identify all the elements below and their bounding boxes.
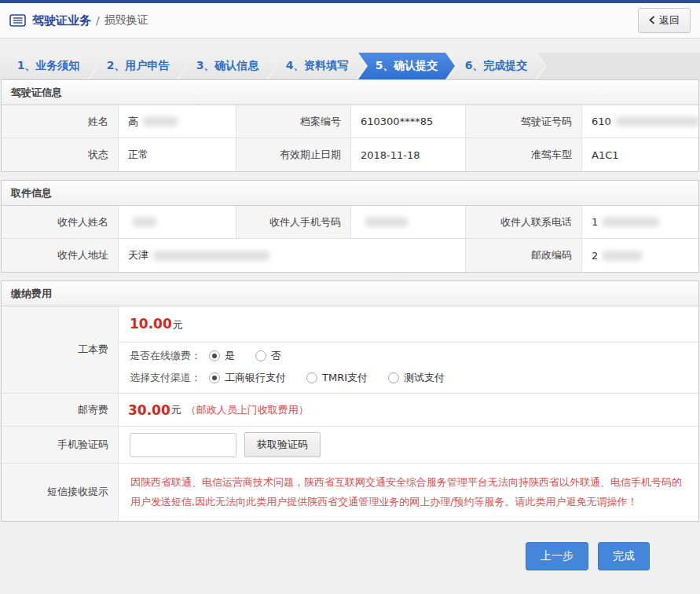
step-label: 6、完成提交 [465, 59, 528, 73]
payment-channel-row: 选择支付渠道： 工商银行支付 TMRI支付 测试支付 [119, 365, 698, 393]
radio-tmri-label: TMRI支付 [322, 371, 368, 385]
production-fee-unit: 元 [173, 319, 183, 331]
sms-code-input[interactable] [130, 433, 236, 457]
status-value: 正常 [119, 138, 236, 171]
sms-notice-label: 短信接收提示 [2, 464, 119, 521]
postage-fee-note: （邮政人员上门收取费用） [186, 403, 309, 417]
radio-icbc-icon[interactable] [209, 372, 220, 383]
postage-fee-unit: 元 [171, 403, 181, 417]
radio-icbc-label: 工商银行支付 [225, 371, 286, 385]
step-3-confirm-info: 3、确认信息 [179, 53, 276, 79]
breadcrumb-divider: / [96, 14, 100, 27]
name-label: 姓名 [2, 105, 119, 138]
recipient-address-value: 天津 [119, 239, 466, 272]
vehicle-class-value: A1C1 [582, 138, 700, 171]
online-payment-no[interactable]: 否 [255, 349, 281, 363]
pickup-info-table: 收件人姓名 收件人手机号码 收件人联系电话 1 收件人地址 天津 邮政编码 2 [2, 206, 698, 272]
redacted-value [602, 251, 643, 261]
channel-test[interactable]: 测试支付 [388, 371, 445, 385]
back-button[interactable]: 返回 [638, 8, 691, 33]
postal-code-value: 2 [582, 239, 698, 272]
step-label: 2、用户申告 [107, 59, 170, 73]
recipient-phone-label: 收件人联系电话 [466, 206, 582, 239]
radio-yes-icon[interactable] [209, 350, 220, 361]
radio-yes-label: 是 [225, 349, 235, 363]
step-5-confirm-submit-active: 5、确认提交 [358, 53, 455, 79]
status-label: 状态 [2, 138, 119, 171]
recipient-mobile-value [351, 206, 466, 239]
radio-tmri-icon[interactable] [306, 372, 317, 383]
footer-actions: 上一步 完成 [0, 530, 700, 570]
fees-title: 缴纳费用 [2, 281, 698, 306]
step-label: 4、资料填写 [286, 59, 349, 73]
license-info-table: 姓名 高 档案编号 610300****85 驾驶证号码 610 状态 正常 有… [2, 105, 698, 171]
sms-notice-text: 因陕西省联通、电信运营商技术问题，陕西省互联网交通安全综合服务管理平台无法向持陕… [119, 464, 698, 521]
recipient-phone-value: 1 [582, 206, 698, 239]
postage-fee-cell: 30.00元 （邮政人员上门收取费用） [119, 394, 698, 427]
radio-test-icon[interactable] [388, 372, 399, 383]
step-label: 5、确认提交 [376, 59, 438, 73]
production-fee-amount-line: 10.00元 [119, 306, 698, 343]
file-number-label: 档案编号 [236, 105, 351, 138]
file-number-value: 610300****85 [351, 105, 466, 138]
production-fee-label: 工本费 [2, 306, 119, 394]
recipient-name-label: 收件人姓名 [2, 206, 119, 239]
online-payment-label: 是否在线缴费： [130, 349, 201, 363]
finish-button[interactable]: 完成 [598, 542, 650, 570]
radio-no-icon[interactable] [255, 350, 266, 361]
step-6-complete: 6、完成提交 [448, 53, 544, 79]
license-info-title: 驾驶证信息 [2, 80, 698, 105]
pickup-info-title: 取件信息 [2, 181, 698, 206]
postal-code-label: 邮政编码 [466, 239, 582, 272]
step-2-declaration: 2、用户申告 [90, 53, 186, 79]
valid-until-value: 2018-11-18 [351, 138, 466, 171]
postage-fee-label: 邮寄费 [2, 394, 119, 427]
recipient-name-value [119, 206, 236, 239]
redacted-value [142, 116, 178, 126]
step-1-notice: 1、业务须知 [0, 53, 97, 79]
redacted-value [152, 251, 270, 261]
channel-tmri[interactable]: TMRI支付 [306, 371, 368, 385]
license-number-label: 驾驶证号码 [466, 105, 582, 138]
radio-no-label: 否 [271, 349, 281, 363]
page-header: 驾驶证业务 / 损毁换证 返回 [0, 3, 700, 38]
redacted-value [602, 217, 660, 227]
pickup-info-section: 取件信息 收件人姓名 收件人手机号码 收件人联系电话 1 收件人地址 天津 邮政… [1, 180, 699, 273]
breadcrumb-current: 损毁换证 [104, 13, 148, 28]
recipient-address-label: 收件人地址 [2, 239, 119, 272]
online-payment-yes[interactable]: 是 [209, 349, 235, 363]
step-label: 1、业务须知 [17, 59, 80, 73]
license-info-section: 驾驶证信息 姓名 高 档案编号 610300****85 驾驶证号码 610 状… [1, 79, 699, 172]
step-4-fill-data: 4、资料填写 [269, 53, 365, 79]
recipient-mobile-label: 收件人手机号码 [236, 206, 351, 239]
previous-step-button[interactable]: 上一步 [526, 542, 588, 570]
valid-until-label: 有效期止日期 [236, 138, 351, 171]
payment-channel-label: 选择支付渠道： [130, 371, 201, 385]
back-button-label: 返回 [659, 13, 680, 28]
online-payment-row: 是否在线缴费： 是 否 [119, 343, 698, 365]
license-number-value: 610 [582, 105, 700, 138]
redacted-value [365, 217, 409, 227]
page-title: 驾驶证业务 [32, 13, 91, 28]
sms-code-cell: 获取验证码 [119, 427, 698, 464]
vehicle-class-label: 准驾车型 [466, 138, 582, 171]
postage-fee-amount: 30.00 [128, 402, 170, 418]
step-bar-filler [537, 53, 700, 79]
sms-notice-cell: 因陕西省联通、电信运营商技术问题，陕西省互联网交通安全综合服务管理平台无法向持陕… [119, 464, 698, 521]
fees-table: 工本费 10.00元 是否在线缴费： 是 否 选择支付渠道： [2, 306, 698, 521]
get-sms-code-button[interactable]: 获取验证码 [244, 432, 321, 457]
channel-icbc[interactable]: 工商银行支付 [209, 371, 286, 385]
chevron-left-icon [649, 15, 655, 27]
radio-test-label: 测试支付 [404, 371, 445, 385]
step-wizard: 1、业务须知 2、用户申告 3、确认信息 4、资料填写 5、确认提交 6、完成提… [0, 53, 700, 79]
sms-code-label: 手机验证码 [2, 427, 119, 464]
production-fee-cell: 10.00元 是否在线缴费： 是 否 选择支付渠道： 工商银行支付 [119, 306, 698, 394]
license-list-icon [9, 14, 26, 27]
fees-section: 缴纳费用 工本费 10.00元 是否在线缴费： 是 否 选择支付渠道： [1, 280, 699, 522]
production-fee-amount: 10.00 [130, 316, 172, 332]
name-value: 高 [119, 105, 236, 138]
step-label: 3、确认信息 [196, 59, 259, 73]
redacted-value [615, 116, 700, 126]
redacted-value [132, 217, 157, 227]
